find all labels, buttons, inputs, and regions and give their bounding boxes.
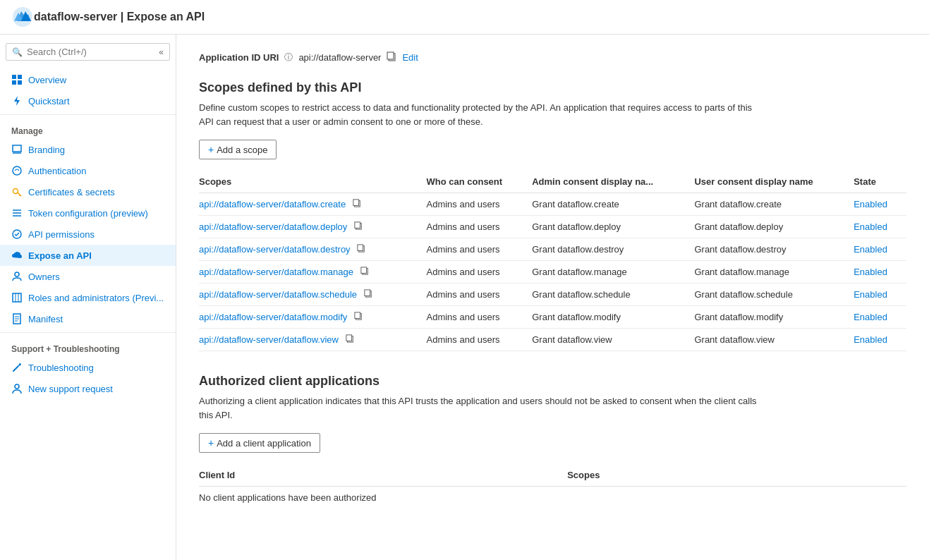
sidebar-item-authentication[interactable]: Authentication	[0, 160, 176, 181]
col-client-scopes: Scopes	[567, 464, 906, 487]
azure-logo-icon	[11, 6, 34, 28]
key-icon	[11, 186, 23, 197]
add-scope-button[interactable]: + Add a scope	[199, 140, 277, 159]
col-user-display: User consent display name	[694, 171, 854, 193]
svg-point-16	[15, 272, 19, 276]
table-row: api://dataflow-server/dataflow.create Ad…	[199, 193, 906, 216]
copy-row-icon[interactable]	[353, 200, 361, 209]
no-clients-row: No client applications have been authori…	[199, 487, 906, 509]
scope-link[interactable]: api://dataflow-server/dataflow.schedule	[199, 284, 427, 306]
scopes-table: Scopes Who can consent Admin consent dis…	[199, 171, 906, 351]
sidebar-item-token-config[interactable]: Token configuration (preview)	[0, 202, 176, 224]
state-cell: Enabled	[854, 284, 906, 306]
svg-point-9	[13, 189, 18, 194]
consent-cell: Admins and users	[427, 216, 533, 238]
add-client-button[interactable]: + Add a client application	[199, 433, 320, 453]
scope-link[interactable]: api://dataflow-server/dataflow.destroy	[199, 238, 427, 261]
scopes-table-body: api://dataflow-server/dataflow.create Ad…	[199, 193, 906, 351]
copy-row-icon[interactable]	[346, 336, 354, 344]
scope-link[interactable]: api://dataflow-server/dataflow.view	[199, 329, 427, 351]
sidebar-item-owners-label: Owners	[28, 272, 60, 282]
sidebar-item-quickstart[interactable]: Quickstart	[0, 90, 176, 111]
user-display-cell: Grant dataflow.view	[694, 329, 854, 351]
scope-link[interactable]: api://dataflow-server/dataflow.deploy	[199, 216, 427, 238]
scopes-table-header: Scopes Who can consent Admin consent dis…	[199, 171, 906, 193]
sidebar-item-branding[interactable]: Branding	[0, 139, 176, 160]
svg-rect-17	[13, 293, 21, 302]
roles-icon	[11, 292, 23, 303]
copy-row-icon[interactable]	[360, 268, 369, 276]
add-client-label: Add a client application	[217, 438, 311, 449]
search-input[interactable]	[27, 47, 156, 57]
user-display-cell: Grant dataflow.modify	[694, 306, 854, 329]
svg-rect-6	[13, 145, 21, 152]
scope-link[interactable]: api://dataflow-server/dataflow.create	[199, 193, 427, 216]
app-id-info-icon[interactable]: ⓘ	[284, 51, 293, 63]
svg-rect-39	[355, 312, 360, 319]
sidebar-item-expose-api[interactable]: Expose an API	[0, 245, 176, 266]
user-display-cell: Grant dataflow.destroy	[694, 238, 854, 261]
sidebar-item-authentication-label: Authentication	[28, 166, 86, 176]
svg-rect-29	[353, 200, 359, 206]
person-icon	[11, 383, 23, 394]
authentication-icon	[11, 165, 23, 176]
sidebar-item-roles[interactable]: Roles and administrators (Previ...	[0, 287, 176, 308]
copy-row-icon[interactable]	[357, 245, 365, 254]
search-icon: 🔍	[12, 47, 23, 57]
table-row: api://dataflow-server/dataflow.manage Ad…	[199, 261, 906, 284]
col-client-id: Client Id	[199, 464, 567, 487]
bolt-icon	[11, 95, 23, 106]
svg-rect-4	[18, 80, 22, 85]
plus-icon: +	[208, 144, 214, 155]
table-row: api://dataflow-server/dataflow.modify Ad…	[199, 306, 906, 329]
sidebar-item-api-permissions[interactable]: API permissions	[0, 224, 176, 245]
state-cell: Enabled	[854, 193, 906, 216]
manifest-icon	[11, 313, 23, 324]
consent-cell: Admins and users	[427, 329, 533, 351]
sidebar-item-troubleshooting-label: Troubleshooting	[28, 363, 94, 373]
edit-link[interactable]: Edit	[402, 52, 418, 63]
svg-point-8	[13, 166, 21, 175]
table-row: api://dataflow-server/dataflow.schedule …	[199, 284, 906, 306]
consent-cell: Admins and users	[427, 238, 533, 261]
admin-display-cell: Grant dataflow.manage	[532, 261, 694, 284]
owners-icon	[11, 271, 23, 282]
state-cell: Enabled	[854, 261, 906, 284]
sidebar-divider-manage	[0, 114, 176, 115]
sidebar-item-manifest[interactable]: Manifest	[0, 308, 176, 329]
copy-icon[interactable]	[387, 51, 396, 63]
add-scope-label: Add a scope	[217, 145, 267, 155]
app-id-uri-label: Application ID URI	[199, 52, 279, 63]
copy-row-icon[interactable]	[364, 291, 372, 299]
copy-row-icon[interactable]	[354, 313, 363, 322]
manage-section-label: Manage	[0, 118, 176, 139]
consent-cell: Admins and users	[427, 261, 533, 284]
clients-table: Client Id Scopes No client applications …	[199, 464, 906, 509]
plus-client-icon: +	[208, 437, 214, 449]
sidebar-item-quickstart-label: Quickstart	[28, 96, 70, 106]
sidebar-item-new-support[interactable]: New support request	[0, 378, 176, 399]
sidebar-item-troubleshooting[interactable]: Troubleshooting	[0, 357, 176, 378]
collapse-button[interactable]: «	[159, 47, 164, 57]
admin-display-cell: Grant dataflow.deploy	[532, 216, 694, 238]
admin-display-cell: Grant dataflow.schedule	[532, 284, 694, 306]
sidebar-item-owners[interactable]: Owners	[0, 266, 176, 287]
sidebar-item-overview-label: Overview	[28, 75, 66, 85]
svg-rect-41	[346, 335, 351, 341]
copy-row-icon[interactable]	[354, 223, 363, 231]
branding-icon	[11, 144, 23, 155]
sidebar-item-certificates[interactable]: Certificates & secrets	[0, 181, 176, 202]
scope-link[interactable]: api://dataflow-server/dataflow.manage	[199, 261, 427, 284]
sidebar-item-overview[interactable]: Overview	[0, 69, 176, 90]
user-display-cell: Grant dataflow.manage	[694, 261, 854, 284]
layout: 🔍 « Overview Quickstart Manage Branding	[0, 35, 929, 560]
svg-rect-33	[358, 245, 363, 251]
svg-rect-27	[387, 52, 394, 59]
table-row: api://dataflow-server/dataflow.destroy A…	[199, 238, 906, 261]
no-clients-text: No client applications have been authori…	[199, 487, 906, 509]
svg-line-24	[13, 366, 18, 371]
scope-link[interactable]: api://dataflow-server/dataflow.modify	[199, 306, 427, 329]
search-box[interactable]: 🔍 «	[6, 43, 170, 61]
svg-point-25	[15, 384, 19, 389]
sidebar: 🔍 « Overview Quickstart Manage Branding	[0, 35, 176, 560]
